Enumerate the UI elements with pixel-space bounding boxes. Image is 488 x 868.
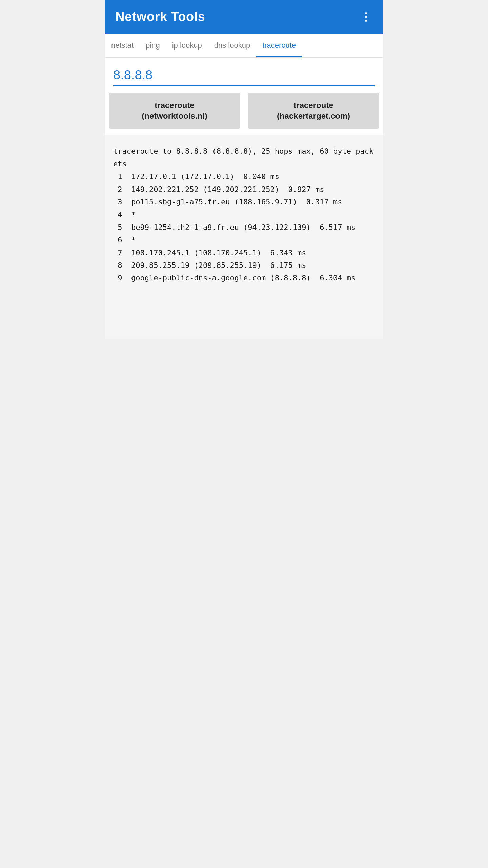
dot3 [365, 20, 367, 22]
more-vert-icon[interactable] [359, 12, 373, 22]
tab-bar: netstat ping ip lookup dns lookup tracer… [105, 34, 383, 58]
dot1 [365, 12, 367, 14]
tab-dns-lookup[interactable]: dns lookup [208, 34, 256, 57]
traceroute-results: traceroute to 8.8.8.8 (8.8.8.8), 25 hops… [113, 145, 375, 284]
host-input[interactable] [113, 66, 375, 86]
app-title: Network Tools [115, 9, 205, 24]
dot2 [365, 16, 367, 18]
input-section [105, 58, 383, 86]
app-header: Network Tools [105, 0, 383, 34]
tab-traceroute[interactable]: traceroute [256, 34, 302, 57]
traceroute-hackertarget-button[interactable]: traceroute(hackertarget.com) [248, 93, 379, 129]
tab-netstat[interactable]: netstat [105, 34, 140, 57]
results-section: traceroute to 8.8.8.8 (8.8.8.8), 25 hops… [105, 135, 383, 339]
buttons-section: traceroute(networktools.nl) traceroute(h… [105, 86, 383, 135]
tab-ip-lookup[interactable]: ip lookup [166, 34, 208, 57]
tab-ping[interactable]: ping [140, 34, 166, 57]
traceroute-networktools-button[interactable]: traceroute(networktools.nl) [109, 93, 240, 129]
